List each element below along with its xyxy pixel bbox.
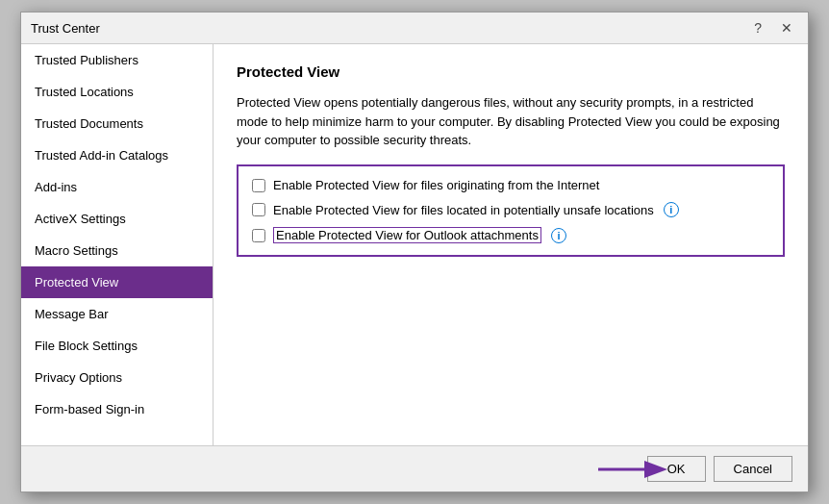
sidebar-item-trusted-locations[interactable]: Trusted Locations [21, 76, 213, 108]
arrow-container [596, 452, 673, 487]
sidebar-item-trusted-add-in-catalogs[interactable]: Trusted Add-in Catalogs [21, 139, 213, 171]
section-title: Protected View [237, 63, 785, 80]
checkbox-row-unsafe-locations: Enable Protected View for files located … [252, 202, 769, 217]
title-bar-controls: ? ✕ [748, 18, 798, 38]
sidebar-item-trusted-documents[interactable]: Trusted Documents [21, 108, 213, 139]
checkbox-internet[interactable] [252, 179, 265, 192]
sidebar-item-file-block-settings[interactable]: File Block Settings [21, 330, 213, 362]
checkbox-row-internet: Enable Protected View for files originat… [252, 178, 769, 192]
checkbox-outlook[interactable] [252, 229, 265, 242]
sidebar-item-message-bar[interactable]: Message Bar [21, 298, 213, 330]
title-bar: Trust Center ? ✕ [21, 13, 808, 44]
cancel-button[interactable]: Cancel [714, 456, 792, 482]
checkbox-internet-label: Enable Protected View for files originat… [273, 178, 599, 192]
info-icon-outlook[interactable]: i [551, 228, 566, 243]
trust-center-dialog: Trust Center ? ✕ Trusted Publishers Trus… [20, 12, 809, 492]
checkbox-unsafe-locations-label: Enable Protected View for files located … [273, 203, 654, 217]
checkbox-outlook-label: Enable Protected View for Outlook attach… [273, 227, 541, 243]
close-button[interactable]: ✕ [775, 18, 798, 38]
sidebar-item-protected-view[interactable]: Protected View [21, 266, 213, 298]
options-box: Enable Protected View for files originat… [237, 164, 785, 257]
description: Protected View opens potentially dangero… [237, 93, 785, 149]
sidebar-item-trusted-publishers[interactable]: Trusted Publishers [21, 44, 213, 76]
main-content: Protected View Protected View opens pote… [214, 44, 808, 445]
checkbox-row-outlook: Enable Protected View for Outlook attach… [252, 227, 769, 243]
sidebar-item-privacy-options[interactable]: Privacy Options [21, 362, 213, 393]
dialog-footer: OK Cancel [21, 445, 808, 491]
checkbox-unsafe-locations[interactable] [252, 203, 265, 216]
sidebar-item-macro-settings[interactable]: Macro Settings [21, 235, 213, 266]
sidebar-item-activex-settings[interactable]: ActiveX Settings [21, 203, 213, 235]
ok-arrow-icon [596, 452, 673, 487]
sidebar-item-form-based-sign-in[interactable]: Form-based Sign-in [21, 393, 213, 425]
help-button[interactable]: ? [748, 18, 767, 38]
title-bar-left: Trust Center [31, 21, 100, 36]
dialog-body: Trusted Publishers Trusted Locations Tru… [21, 44, 808, 445]
info-icon-unsafe-locations[interactable]: i [664, 202, 679, 217]
sidebar-item-add-ins[interactable]: Add-ins [21, 171, 213, 203]
dialog-title: Trust Center [31, 21, 100, 36]
sidebar: Trusted Publishers Trusted Locations Tru… [21, 44, 214, 445]
